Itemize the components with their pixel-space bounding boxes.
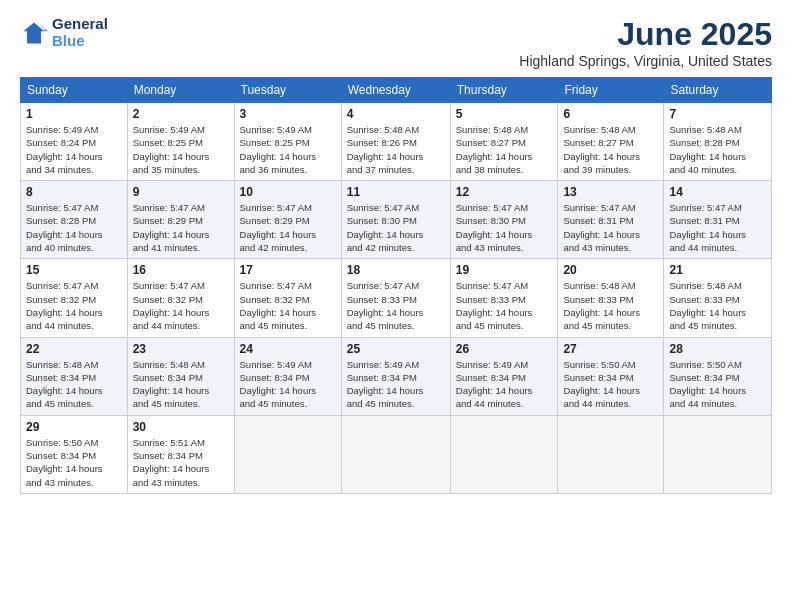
day-info: Sunrise: 5:50 AMSunset: 8:34 PMDaylight:… <box>26 436 122 489</box>
day-number: 8 <box>26 185 122 199</box>
calendar-cell: 9 Sunrise: 5:47 AMSunset: 8:29 PMDayligh… <box>127 181 234 259</box>
day-number: 30 <box>133 420 229 434</box>
calendar-cell: 6 Sunrise: 5:48 AMSunset: 8:27 PMDayligh… <box>558 103 664 181</box>
calendar-cell: 14 Sunrise: 5:47 AMSunset: 8:31 PMDaylig… <box>664 181 772 259</box>
header-monday: Monday <box>127 78 234 103</box>
day-number: 9 <box>133 185 229 199</box>
calendar-cell: 21 Sunrise: 5:48 AMSunset: 8:33 PMDaylig… <box>664 259 772 337</box>
calendar-cell: 25 Sunrise: 5:49 AMSunset: 8:34 PMDaylig… <box>341 337 450 415</box>
header-saturday: Saturday <box>664 78 772 103</box>
calendar-cell: 1 Sunrise: 5:49 AMSunset: 8:24 PMDayligh… <box>21 103 128 181</box>
calendar-cell: 8 Sunrise: 5:47 AMSunset: 8:28 PMDayligh… <box>21 181 128 259</box>
title-area: June 2025 Highland Springs, Virginia, Un… <box>519 16 772 69</box>
logo-line2: Blue <box>52 33 108 50</box>
month-title: June 2025 <box>519 16 772 53</box>
calendar-cell: 15 Sunrise: 5:47 AMSunset: 8:32 PMDaylig… <box>21 259 128 337</box>
day-number: 14 <box>669 185 766 199</box>
day-number: 26 <box>456 342 553 356</box>
calendar-cell: 17 Sunrise: 5:47 AMSunset: 8:32 PMDaylig… <box>234 259 341 337</box>
weekday-header-row: Sunday Monday Tuesday Wednesday Thursday… <box>21 78 772 103</box>
day-info: Sunrise: 5:47 AMSunset: 8:29 PMDaylight:… <box>240 201 336 254</box>
day-number: 2 <box>133 107 229 121</box>
calendar-cell: 2 Sunrise: 5:49 AMSunset: 8:25 PMDayligh… <box>127 103 234 181</box>
calendar-cell: 23 Sunrise: 5:48 AMSunset: 8:34 PMDaylig… <box>127 337 234 415</box>
day-info: Sunrise: 5:47 AMSunset: 8:31 PMDaylight:… <box>669 201 766 254</box>
calendar-cell <box>558 415 664 493</box>
calendar-cell: 22 Sunrise: 5:48 AMSunset: 8:34 PMDaylig… <box>21 337 128 415</box>
day-info: Sunrise: 5:50 AMSunset: 8:34 PMDaylight:… <box>563 358 658 411</box>
day-number: 7 <box>669 107 766 121</box>
week-row-5: 29 Sunrise: 5:50 AMSunset: 8:34 PMDaylig… <box>21 415 772 493</box>
day-info: Sunrise: 5:47 AMSunset: 8:33 PMDaylight:… <box>456 279 553 332</box>
day-info: Sunrise: 5:48 AMSunset: 8:27 PMDaylight:… <box>563 123 658 176</box>
day-number: 21 <box>669 263 766 277</box>
day-number: 17 <box>240 263 336 277</box>
day-info: Sunrise: 5:47 AMSunset: 8:32 PMDaylight:… <box>133 279 229 332</box>
calendar-cell <box>450 415 558 493</box>
calendar-cell <box>664 415 772 493</box>
calendar-cell: 30 Sunrise: 5:51 AMSunset: 8:34 PMDaylig… <box>127 415 234 493</box>
day-info: Sunrise: 5:48 AMSunset: 8:34 PMDaylight:… <box>26 358 122 411</box>
day-info: Sunrise: 5:49 AMSunset: 8:34 PMDaylight:… <box>240 358 336 411</box>
calendar-cell: 26 Sunrise: 5:49 AMSunset: 8:34 PMDaylig… <box>450 337 558 415</box>
day-info: Sunrise: 5:48 AMSunset: 8:26 PMDaylight:… <box>347 123 445 176</box>
day-number: 19 <box>456 263 553 277</box>
day-info: Sunrise: 5:47 AMSunset: 8:30 PMDaylight:… <box>347 201 445 254</box>
calendar-cell: 19 Sunrise: 5:47 AMSunset: 8:33 PMDaylig… <box>450 259 558 337</box>
header-wednesday: Wednesday <box>341 78 450 103</box>
day-number: 29 <box>26 420 122 434</box>
day-number: 11 <box>347 185 445 199</box>
day-number: 22 <box>26 342 122 356</box>
calendar-table: Sunday Monday Tuesday Wednesday Thursday… <box>20 77 772 494</box>
header-tuesday: Tuesday <box>234 78 341 103</box>
day-number: 15 <box>26 263 122 277</box>
day-number: 4 <box>347 107 445 121</box>
day-info: Sunrise: 5:49 AMSunset: 8:25 PMDaylight:… <box>133 123 229 176</box>
day-number: 16 <box>133 263 229 277</box>
logo-line1: General <box>52 16 108 33</box>
calendar-cell: 3 Sunrise: 5:49 AMSunset: 8:25 PMDayligh… <box>234 103 341 181</box>
calendar-cell: 18 Sunrise: 5:47 AMSunset: 8:33 PMDaylig… <box>341 259 450 337</box>
calendar-cell <box>234 415 341 493</box>
day-number: 18 <box>347 263 445 277</box>
day-number: 13 <box>563 185 658 199</box>
logo: General Blue <box>20 16 108 49</box>
day-info: Sunrise: 5:48 AMSunset: 8:33 PMDaylight:… <box>669 279 766 332</box>
day-number: 27 <box>563 342 658 356</box>
calendar-cell: 24 Sunrise: 5:49 AMSunset: 8:34 PMDaylig… <box>234 337 341 415</box>
day-info: Sunrise: 5:47 AMSunset: 8:29 PMDaylight:… <box>133 201 229 254</box>
calendar-cell: 20 Sunrise: 5:48 AMSunset: 8:33 PMDaylig… <box>558 259 664 337</box>
day-info: Sunrise: 5:48 AMSunset: 8:34 PMDaylight:… <box>133 358 229 411</box>
calendar-cell: 12 Sunrise: 5:47 AMSunset: 8:30 PMDaylig… <box>450 181 558 259</box>
day-number: 3 <box>240 107 336 121</box>
calendar-cell: 5 Sunrise: 5:48 AMSunset: 8:27 PMDayligh… <box>450 103 558 181</box>
location-title: Highland Springs, Virginia, United State… <box>519 53 772 69</box>
logo-text: General Blue <box>52 16 108 49</box>
week-row-3: 15 Sunrise: 5:47 AMSunset: 8:32 PMDaylig… <box>21 259 772 337</box>
day-number: 24 <box>240 342 336 356</box>
day-info: Sunrise: 5:49 AMSunset: 8:34 PMDaylight:… <box>456 358 553 411</box>
day-info: Sunrise: 5:51 AMSunset: 8:34 PMDaylight:… <box>133 436 229 489</box>
page: General Blue June 2025 Highland Springs,… <box>0 0 792 612</box>
header: General Blue June 2025 Highland Springs,… <box>20 16 772 69</box>
day-info: Sunrise: 5:47 AMSunset: 8:31 PMDaylight:… <box>563 201 658 254</box>
week-row-2: 8 Sunrise: 5:47 AMSunset: 8:28 PMDayligh… <box>21 181 772 259</box>
day-info: Sunrise: 5:49 AMSunset: 8:24 PMDaylight:… <box>26 123 122 176</box>
day-number: 12 <box>456 185 553 199</box>
calendar-cell: 10 Sunrise: 5:47 AMSunset: 8:29 PMDaylig… <box>234 181 341 259</box>
day-number: 25 <box>347 342 445 356</box>
day-info: Sunrise: 5:47 AMSunset: 8:30 PMDaylight:… <box>456 201 553 254</box>
day-info: Sunrise: 5:47 AMSunset: 8:33 PMDaylight:… <box>347 279 445 332</box>
calendar-cell: 13 Sunrise: 5:47 AMSunset: 8:31 PMDaylig… <box>558 181 664 259</box>
calendar-cell: 11 Sunrise: 5:47 AMSunset: 8:30 PMDaylig… <box>341 181 450 259</box>
logo-icon <box>20 19 48 47</box>
day-info: Sunrise: 5:49 AMSunset: 8:25 PMDaylight:… <box>240 123 336 176</box>
day-number: 6 <box>563 107 658 121</box>
week-row-1: 1 Sunrise: 5:49 AMSunset: 8:24 PMDayligh… <box>21 103 772 181</box>
day-number: 23 <box>133 342 229 356</box>
day-number: 20 <box>563 263 658 277</box>
day-info: Sunrise: 5:48 AMSunset: 8:28 PMDaylight:… <box>669 123 766 176</box>
header-thursday: Thursday <box>450 78 558 103</box>
week-row-4: 22 Sunrise: 5:48 AMSunset: 8:34 PMDaylig… <box>21 337 772 415</box>
day-info: Sunrise: 5:49 AMSunset: 8:34 PMDaylight:… <box>347 358 445 411</box>
